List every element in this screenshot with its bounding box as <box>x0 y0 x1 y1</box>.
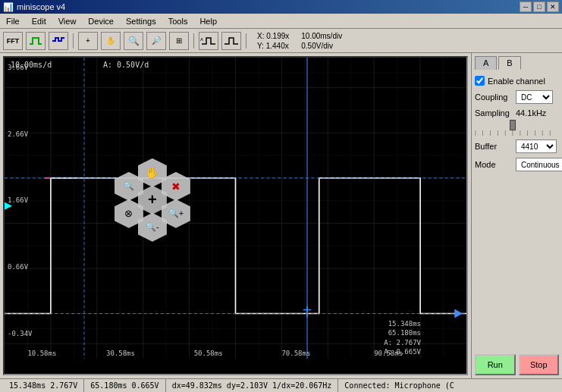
svg-marker-41 <box>454 309 463 318</box>
y-label-2: 2.66V <box>8 130 28 138</box>
mode-row: Mode Continuous Single Scan <box>475 158 559 171</box>
hand-button[interactable]: ✋ <box>101 32 121 50</box>
status-delta: dx=49.832ms dy=2.103V 1/dx=20.067Hz <box>166 379 339 392</box>
coord-y: Y: 1.440x <box>257 41 289 51</box>
menu-view[interactable]: View <box>55 15 80 27</box>
tab-channel-a[interactable]: A <box>475 56 497 70</box>
add-button[interactable]: + <box>78 32 98 50</box>
minimize-button[interactable]: ─ <box>520 2 532 12</box>
y-label-4: 0.66V <box>8 263 28 271</box>
tab-channel-b[interactable]: B <box>498 56 520 70</box>
menu-edit[interactable]: Edit <box>29 15 49 27</box>
sampling-section: Sampling 44.1kHz ||||| |||||| <box>475 108 559 135</box>
toolbar-sep3 <box>246 33 246 49</box>
y-label-5: -0.34V <box>8 330 33 337</box>
scope-display[interactable]: 3.66V 2.66V 1.66V 0.66V -0.34V 10.58ms 3… <box>3 56 468 375</box>
menubar: File Edit View Device Settings Tools Hel… <box>0 14 562 29</box>
status-connection: Connected: Microphone (C <box>338 379 559 392</box>
buffer-select[interactable]: 4410 8820 22050 44100 <box>516 140 557 153</box>
buffer-label: Buffer <box>475 142 513 151</box>
channel-a-button[interactable] <box>26 32 46 50</box>
coupling-label: Coupling <box>475 93 513 102</box>
menu-tools[interactable]: Tools <box>165 15 191 27</box>
zoom-in-button[interactable]: 🔍 <box>124 32 143 50</box>
x-label-4: 70.58ms <box>281 350 310 357</box>
x-label-3: 50.58ms <box>194 350 223 357</box>
enable-channel-row: Enable channel <box>475 76 559 86</box>
menu-help[interactable]: Help <box>196 15 220 27</box>
app-icon: 📊 <box>3 2 14 12</box>
run-button[interactable]: Run <box>475 354 516 375</box>
status-coords1: 15.348ms 2.767V <box>3 379 84 392</box>
slider-ticks: ||||| |||||| <box>475 130 551 135</box>
scope-time-label: 10.00ms/d <box>11 61 52 69</box>
mode-select[interactable]: Continuous Single Scan <box>516 158 562 171</box>
sampling-value: 44.1kHz <box>516 108 546 118</box>
scope-measurements: 15.348ms 65.180ms A: 2.767V A: 0.665V <box>384 319 421 357</box>
enable-channel-checkbox[interactable] <box>475 76 485 86</box>
close-button[interactable]: ✕ <box>547 2 559 12</box>
x-label-2: 30.58ms <box>106 350 135 357</box>
channel-b-button[interactable] <box>49 32 68 50</box>
toolbar: FFT + ✋ 🔍 🔎 ⊞ A X: 0.199x Y: 1.440x 10.0… <box>0 29 562 53</box>
meas-volt2: A: 0.665V <box>384 347 421 357</box>
x-label-1: 10.58ms <box>27 350 56 357</box>
enable-channel-label: Enable channel <box>488 77 545 86</box>
zoom-fit-button[interactable]: ⊞ <box>169 32 189 50</box>
titlebar-controls: ─ □ ✕ <box>520 2 559 12</box>
trigger-b-button[interactable] <box>221 32 241 50</box>
status-coords2: 65.180ms 0.665V <box>84 379 165 392</box>
time-div: 10.00ms/div <box>301 31 342 41</box>
coupling-select[interactable]: DC AC GND <box>516 90 553 104</box>
sampling-label: Sampling <box>475 108 513 118</box>
menu-settings[interactable]: Settings <box>123 15 159 27</box>
coupling-row: Coupling DC AC GND <box>475 90 559 104</box>
titlebar-left: 📊 miniscope v4 <box>3 2 65 12</box>
channel-tabs: A B <box>475 56 559 70</box>
main-area: 3.66V 2.66V 1.66V 0.66V -0.34V 10.58ms 3… <box>0 53 562 378</box>
cursor-arrow: ▶ <box>5 200 11 211</box>
fft-button[interactable]: FFT <box>3 32 23 50</box>
zoom-out-button[interactable]: 🔎 <box>146 32 166 50</box>
hex-grid: + ✋ ✖ 🔍+ 🔍- ⊗ 🔍 <box>111 158 194 242</box>
toolbar-sep2 <box>193 33 194 49</box>
menu-device[interactable]: Device <box>85 15 117 27</box>
sampling-slider[interactable] <box>475 121 551 130</box>
voltage-div: 0.50V/div <box>301 41 342 51</box>
statusbar: 15.348ms 2.767V 65.180ms 0.665V dx=49.83… <box>0 378 562 392</box>
meas-time1: 15.348ms <box>384 319 421 329</box>
buffer-row: Buffer 4410 8820 22050 44100 <box>475 140 559 153</box>
svg-text:A: A <box>200 37 203 42</box>
right-panel: A B Enable channel Coupling DC AC GND Sa… <box>471 53 562 378</box>
scope-voltage-label: A: 0.50V/d <box>103 61 149 69</box>
maximize-button[interactable]: □ <box>533 2 545 12</box>
menu-file[interactable]: File <box>3 15 23 27</box>
stop-button[interactable]: Stop <box>519 354 560 375</box>
meas-time2: 65.180ms <box>384 328 421 338</box>
app-title: miniscope v4 <box>17 2 65 11</box>
trigger-a-button[interactable]: A <box>199 32 218 50</box>
sampling-slider-container: ||||| |||||| <box>475 121 559 135</box>
sampling-label-row: Sampling 44.1kHz <box>475 108 559 118</box>
coord-x: X: 0.199x <box>257 31 289 41</box>
coords-display: X: 0.199x Y: 1.440x <box>257 31 289 51</box>
run-stop-buttons: Run Stop <box>475 354 559 375</box>
cursor-tool-popup: + ✋ ✖ 🔍+ 🔍- ⊗ 🔍 <box>111 158 194 242</box>
meas-volt1: A: 2.767V <box>384 338 421 348</box>
divinfo-display: 10.00ms/div 0.50V/div <box>301 31 342 51</box>
titlebar: 📊 miniscope v4 ─ □ ✕ <box>0 0 562 14</box>
toolbar-sep1 <box>73 33 74 49</box>
mode-label: Mode <box>475 160 513 169</box>
